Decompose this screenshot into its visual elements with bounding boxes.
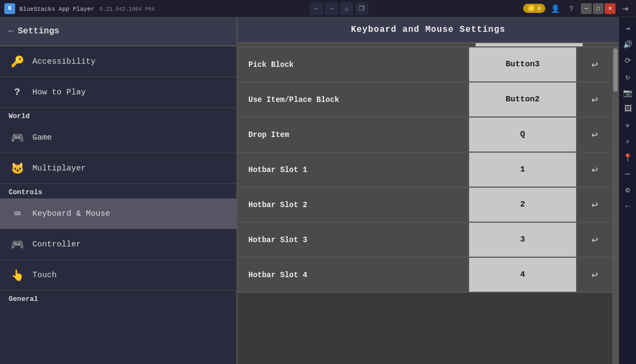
title-bar-nav: ← → ⌂ ❐ xyxy=(310,2,368,15)
more-icon[interactable]: ⋯ xyxy=(621,167,634,180)
app-icon: B xyxy=(4,3,15,14)
scrollbar[interactable] xyxy=(612,47,619,364)
hotbar-slot-4-value[interactable]: 4 xyxy=(469,258,577,292)
right-sidebar: ⇥ 🔊 ⟳ ↻ 📷 🖼 ✈ ⚡ 📍 ⋯ ⚙ ← xyxy=(619,17,636,364)
pin-icon[interactable]: 📍 xyxy=(621,151,634,164)
world-section-header: World xyxy=(0,108,236,122)
hotbar-slot-4-label: Hotbar Slot 4 xyxy=(238,258,469,292)
settings-header: Keyboard and Mouse Settings xyxy=(238,17,619,43)
settings-back-button[interactable]: ← Settings xyxy=(9,26,59,36)
sidebar-item-keyboard-mouse-label: Keyboard & Mouse xyxy=(32,209,110,218)
settings-layout: ← Settings 🔑 Accessibility ? How to Play… xyxy=(0,17,619,364)
table-row: Hotbar Slot 2 2 ↩ xyxy=(238,188,612,223)
left-nav-inner: 🔑 Accessibility ? How to Play World 🎮 Ga… xyxy=(0,46,236,364)
drop-item-label: Drop Item xyxy=(238,118,469,152)
sidebar-item-keyboard-mouse[interactable]: ⌨ Keyboard & Mouse xyxy=(0,198,236,229)
drop-item-value[interactable]: Q xyxy=(469,118,577,152)
window-controls: ─ □ ✕ xyxy=(581,3,615,14)
profile-button[interactable]: 👤 xyxy=(549,2,561,15)
use-item-reset-button[interactable]: ↩ xyxy=(577,83,612,116)
keyboard-icon: ⌨ xyxy=(9,205,26,222)
camera-icon[interactable]: 📷 xyxy=(621,86,634,99)
table-row: Hotbar Slot 1 1 ↩ xyxy=(238,153,612,188)
table-row: Hotbar Slot 4 4 ↩ xyxy=(238,258,612,293)
maximize-button[interactable]: □ xyxy=(593,3,604,14)
home-nav-button[interactable]: ⌂ xyxy=(340,2,353,15)
hotbar-slot-1-label: Hotbar Slot 1 xyxy=(238,153,469,187)
pick-block-label: Pick Block xyxy=(238,47,469,81)
lightning-icon[interactable]: ⚡ xyxy=(621,135,634,148)
pick-block-reset-button[interactable]: ↩ xyxy=(577,47,612,81)
app-title-text: BlueStacks App Player xyxy=(19,6,94,12)
coin-icon: 🪙 xyxy=(527,5,535,12)
sidebar-item-touch[interactable]: 👆 Touch xyxy=(0,260,236,291)
key-icon: 🔑 xyxy=(9,53,26,70)
hotbar-slot-3-reset-button[interactable]: ↩ xyxy=(577,223,612,257)
sidebar-item-how-to-play-label: How to Play xyxy=(32,88,86,97)
top-partial-row xyxy=(238,43,619,47)
sidebar-item-accessibility-label: Accessibility xyxy=(32,57,96,66)
pick-block-value[interactable]: Button3 xyxy=(469,47,577,81)
table-row: Drop Item Q ↩ xyxy=(238,118,612,153)
title-bar-left: B BlueStacks App Player 5.21.642.1004 P6… xyxy=(4,3,154,14)
app-version: 5.21.642.1004 P64 xyxy=(99,6,154,12)
content-with-scroll: Pick Block Button3 ↩ Use Item/Place Bloc… xyxy=(238,47,619,364)
coin-badge: 🪙 0 xyxy=(523,4,545,13)
title-bar: B BlueStacks App Player 5.21.642.1004 P6… xyxy=(0,0,636,17)
content-scroll[interactable]: Pick Block Button3 ↩ Use Item/Place Bloc… xyxy=(238,47,612,364)
forward-nav-button[interactable]: → xyxy=(325,2,338,15)
left-nav: ← Settings 🔑 Accessibility ? How to Play… xyxy=(0,17,238,364)
sidebar-item-controller-label: Controller xyxy=(32,240,81,249)
sidebar-item-how-to-play[interactable]: ? How to Play xyxy=(0,77,236,108)
image-icon[interactable]: 🖼 xyxy=(621,102,634,115)
plane-icon[interactable]: ✈ xyxy=(621,119,634,132)
close-button[interactable]: ✕ xyxy=(605,3,615,14)
expand-button[interactable]: ⇥ xyxy=(619,2,632,15)
game-icon: 🎮 xyxy=(9,129,26,146)
back-nav-button[interactable]: ← xyxy=(310,2,323,15)
sidebar-item-controller[interactable]: 🎮 Controller xyxy=(0,229,236,260)
hotbar-slot-2-reset-button[interactable]: ↩ xyxy=(577,188,612,222)
hotbar-slot-4-reset-button[interactable]: ↩ xyxy=(577,258,612,292)
general-section-header: General xyxy=(0,291,236,305)
volume-icon[interactable]: 🔊 xyxy=(621,38,634,51)
use-item-label: Use Item/Place Block xyxy=(238,83,469,116)
copy-nav-button[interactable]: ❐ xyxy=(355,2,368,15)
settings-title: Keyboard and Mouse Settings xyxy=(351,25,505,35)
help-button[interactable]: ? xyxy=(565,2,578,15)
title-bar-right: 🪙 0 👤 ? ─ □ ✕ ⇥ xyxy=(523,2,632,15)
hotbar-slot-3-label: Hotbar Slot 3 xyxy=(238,223,469,257)
rotate-icon[interactable]: ↻ xyxy=(621,70,634,83)
sidebar-item-accessibility[interactable]: 🔑 Accessibility xyxy=(0,46,236,77)
hotbar-slot-1-value[interactable]: 1 xyxy=(469,153,577,187)
use-item-value[interactable]: Button2 xyxy=(469,83,577,116)
main-content: ← Settings 🔑 Accessibility ? How to Play… xyxy=(0,17,636,364)
hotbar-slot-3-value[interactable]: 3 xyxy=(469,223,577,257)
table-row: Pick Block Button3 ↩ xyxy=(238,47,612,83)
table-row: Hotbar Slot 3 3 ↩ xyxy=(238,223,612,258)
touch-icon: 👆 xyxy=(9,266,26,284)
sidebar-item-game-label: Game xyxy=(32,133,52,142)
multiplayer-icon: 🐱 xyxy=(9,160,26,177)
controls-section-header: Controls xyxy=(0,184,236,198)
drop-item-reset-button[interactable]: ↩ xyxy=(577,118,612,152)
right-panel: Keyboard and Mouse Settings Pick Block B… xyxy=(238,17,619,364)
refresh-icon[interactable]: ⟳ xyxy=(621,54,634,67)
sidebar-item-game[interactable]: 🎮 Game xyxy=(0,122,236,153)
hotbar-slot-1-reset-button[interactable]: ↩ xyxy=(577,153,612,187)
coin-count: 0 xyxy=(537,5,541,12)
back-arrow-icon: ← xyxy=(9,27,13,36)
sidebar-item-multiplayer[interactable]: 🐱 Multiplayer xyxy=(0,153,236,184)
scrollbar-thumb[interactable] xyxy=(613,49,618,92)
expand-icon[interactable]: ⇥ xyxy=(621,22,634,35)
settings-icon[interactable]: ⚙ xyxy=(621,183,634,196)
sidebar-item-touch-label: Touch xyxy=(32,271,57,280)
app-name: BlueStacks App Player 5.21.642.1004 P64 xyxy=(19,4,154,13)
hotbar-slot-2-value[interactable]: 2 xyxy=(469,188,577,222)
hotbar-slot-2-label: Hotbar Slot 2 xyxy=(238,188,469,222)
table-row: Use Item/Place Block Button2 ↩ xyxy=(238,83,612,118)
sidebar-item-multiplayer-label: Multiplayer xyxy=(32,164,86,173)
back-icon[interactable]: ← xyxy=(621,200,634,212)
controller-icon: 🎮 xyxy=(9,236,26,253)
minimize-button[interactable]: ─ xyxy=(581,3,592,14)
